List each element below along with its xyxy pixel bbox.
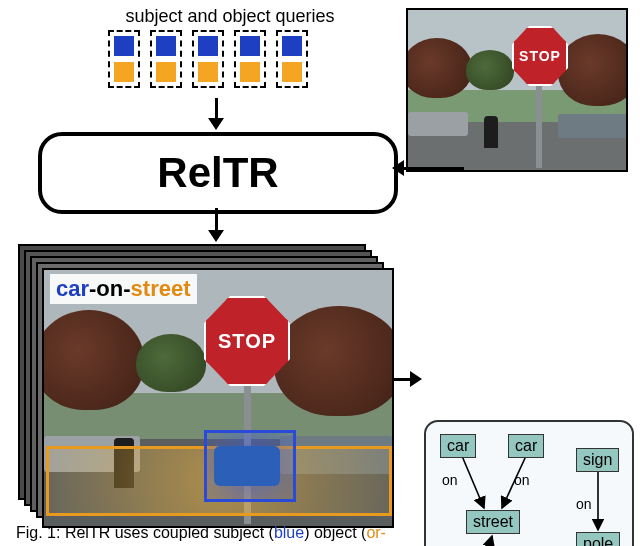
model-label: RelTR <box>157 149 278 197</box>
model-block: RelTR <box>38 132 398 214</box>
graph-node-sign: sign <box>576 448 619 472</box>
figcap-prefix: Fig. 1: RelTR uses coupled subject ( <box>16 524 274 541</box>
arrow-head-down-icon <box>208 230 224 242</box>
stop-sign-icon: STOP <box>204 296 290 386</box>
query-pair-5 <box>276 30 308 88</box>
arrow-queries-to-model <box>215 98 218 120</box>
subject-query-icon <box>282 36 302 56</box>
query-pair-2 <box>150 30 182 88</box>
arrow-head-left-icon <box>392 160 404 176</box>
object-query-icon <box>114 62 134 82</box>
arrow-head-right-icon <box>410 371 422 387</box>
figcap-blue: blue <box>274 524 304 541</box>
svg-line-0 <box>462 456 484 508</box>
stop-sign-icon: STOP <box>512 26 568 86</box>
subject-query-icon <box>156 36 176 56</box>
query-pair-3 <box>192 30 224 88</box>
edge-label-sign-pole: on <box>576 496 592 512</box>
stop-sign-text: STOP <box>218 330 276 353</box>
attention-image: STOP car-on-street <box>42 268 394 528</box>
object-query-icon <box>156 62 176 82</box>
triplet-object: street <box>131 276 191 301</box>
query-pair-4 <box>234 30 266 88</box>
graph-node-car-b: car <box>508 434 544 458</box>
triplet-label: car-on-street <box>50 274 197 304</box>
subject-query-icon <box>114 36 134 56</box>
input-image: STOP <box>406 8 628 172</box>
triplet-subject: car <box>56 276 89 301</box>
object-query-icon <box>282 62 302 82</box>
arrow-image-to-model <box>404 167 464 170</box>
arrow-model-to-output <box>215 208 218 232</box>
stop-sign-text: STOP <box>519 48 561 64</box>
object-query-icon <box>240 62 260 82</box>
subject-query-icon <box>198 36 218 56</box>
attention-stack: STOP car-on-street <box>18 244 388 522</box>
figcap-orange: or- <box>366 524 386 541</box>
figcap-mid: ) object ( <box>304 524 366 541</box>
queries-caption: subject and object queries <box>100 6 360 27</box>
arrow-head-down-icon <box>208 118 224 130</box>
edge-label-car-a-street: on <box>442 472 458 488</box>
arrow-output-to-graph <box>392 378 412 381</box>
triplet-predicate: -on- <box>89 276 131 301</box>
query-pairs <box>108 30 308 88</box>
object-query-icon <box>198 62 218 82</box>
query-pair-1 <box>108 30 140 88</box>
subject-query-icon <box>240 36 260 56</box>
figure-caption: Fig. 1: RelTR uses coupled subject (blue… <box>16 524 626 542</box>
edge-label-car-b-street: on <box>514 472 530 488</box>
graph-node-car-a: car <box>440 434 476 458</box>
